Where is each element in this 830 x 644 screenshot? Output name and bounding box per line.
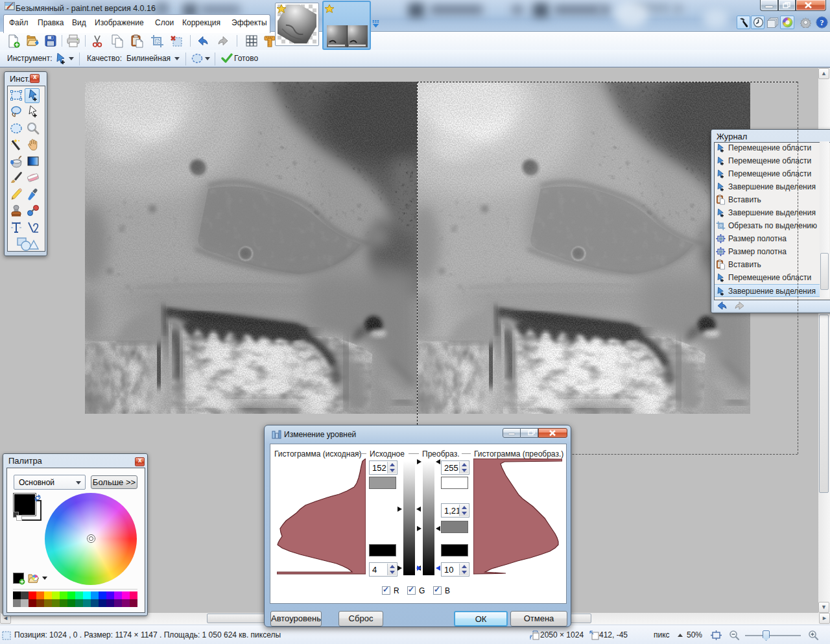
svg-text:?: ? xyxy=(820,18,824,27)
